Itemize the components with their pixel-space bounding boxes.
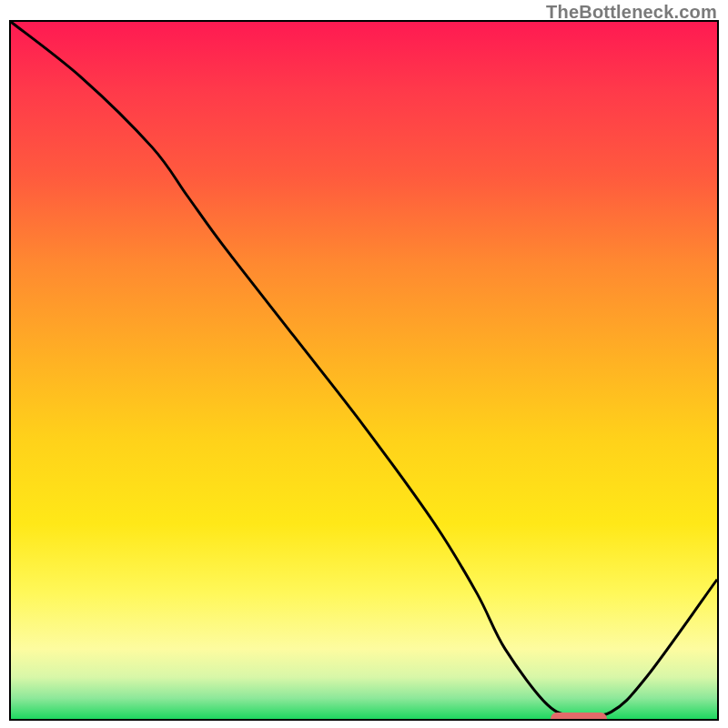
chart-frame [9,20,719,721]
optimal-zone-marker [551,713,607,721]
bottleneck-curve [11,22,717,719]
curve-path [11,22,717,716]
